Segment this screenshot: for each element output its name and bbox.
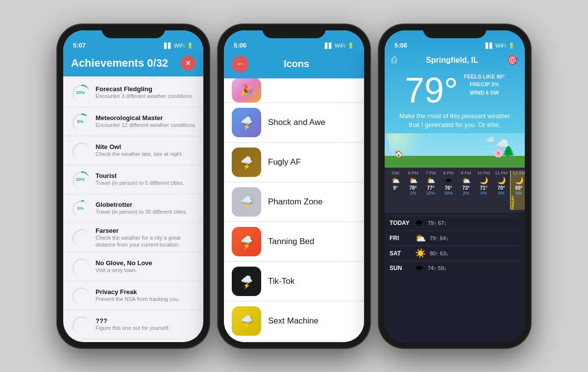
svg-point-4: [73, 143, 91, 161]
hour-precip: 0%: [475, 191, 492, 196]
icon-list-item[interactable]: ☁️ ⚡ Fugly AF: [224, 143, 364, 182]
friday-label: FRIDAY: [511, 196, 515, 210]
icon-list-item[interactable]: ☁️ ⚡ Tanning Bed: [224, 222, 364, 262]
status-icons-2: ▋▋ WiFi 🔋: [325, 43, 354, 49]
hour-icon: ⛅: [387, 176, 404, 184]
weather-main-temp: 79° FEELS LIKE 80° PRECIP 2% WIND 6 SW: [385, 69, 525, 110]
achievement-list[interactable]: 33% Forecast Fledgling Encounter 3 diffe…: [63, 76, 203, 342]
wind-detail: WIND 6 SW: [464, 89, 505, 97]
daily-section: TODAY 🌧 79↑ 67↓ FRI ⛅ 79↑ 64↓ SAT ☀️ 80↑…: [385, 213, 525, 342]
wifi-icon-3: WiFi: [495, 43, 506, 49]
achievement-item: Privacy Freak Prevent the NSA from track…: [63, 281, 203, 310]
hour-label: 6 PM: [404, 171, 422, 175]
notch-2: [262, 25, 326, 38]
icon-preview-phantom: ☁️ ⚡: [232, 187, 261, 217]
achievement-text: Globetrotter Travel (in person) to 30 di…: [96, 201, 196, 215]
daily-temps: 79↑ 64↓: [430, 235, 449, 241]
icon-list-item[interactable]: ☁️ ⚡ Mirror Universe: [224, 341, 364, 342]
hour-icon: 🌙: [492, 176, 510, 184]
hour-label: 8 PM: [440, 171, 457, 175]
achievement-name: ???: [96, 317, 196, 324]
achievement-desc: Visit a sexy town.: [96, 267, 196, 273]
daily-day-label: SAT: [390, 250, 411, 257]
hour-temp: 77°: [422, 185, 440, 191]
daily-temps: 79↑ 67↓: [428, 220, 447, 226]
daily-day-label: TODAY: [390, 220, 411, 226]
feels-like: FEELS LIKE 80°: [464, 73, 505, 81]
hour-label: 12 AM: [511, 171, 525, 175]
hour-precip: 16%: [440, 191, 457, 196]
cloud-bolt-icon: ☁️ ⚡: [241, 154, 253, 170]
weather-scene: ☁️ ☁️ 🌲 🌸 🏠: [385, 133, 525, 168]
share-icon[interactable]: ⎙: [392, 55, 397, 65]
hour-column: 9 PM ⛅ 73° 2%: [457, 171, 475, 210]
icon-list[interactable]: ☁️ ⚡ Shock and Awe ☁️ ⚡ Fugly AF ☁️ ⚡ Ph…: [224, 103, 364, 342]
achievement-text: ??? Figure this one out for yourself.: [96, 317, 196, 331]
icon-preview-tiktok: ☁️ ⚡: [232, 267, 261, 296]
icon-preview-fugly: ☁️ ⚡: [232, 148, 261, 177]
icons-screen: 5:06 ▋▋ WiFi 🔋 ← Icons 🎉: [224, 30, 364, 342]
svg-point-16: [73, 317, 91, 335]
back-button[interactable]: ←: [232, 56, 248, 73]
achievement-name: Privacy Freak: [96, 288, 196, 296]
bolt-symbol: ⚡: [243, 203, 250, 210]
daily-weather-icon: ⛅: [415, 233, 426, 244]
hour-icon: 🌧: [440, 176, 457, 184]
hourly-labels: OW ⛅ 9° 6 PM ⛅ 78° 2% 7 PM ⛅ 77° 22% 8 P…: [385, 171, 525, 210]
progress-ring: [72, 316, 91, 335]
close-button[interactable]: ×: [181, 56, 196, 71]
daily-row: SUN 🌧 74↑ 59↓: [390, 261, 520, 275]
hour-label: 10 PM: [475, 171, 492, 175]
hour-temp: 69°: [511, 185, 525, 191]
hour-icon: 🌙: [511, 176, 525, 184]
achievement-progress: [70, 140, 91, 161]
target-icon[interactable]: 🎯: [507, 55, 518, 66]
achievement-desc: Figure this one out for yourself.: [96, 324, 196, 331]
close-icon: ×: [186, 59, 190, 68]
hour-precip: 2%: [457, 191, 475, 196]
phone-icons: 5:06 ▋▋ WiFi 🔋 ← Icons 🎉: [218, 25, 370, 348]
icon-list-item[interactable]: ☁️ ⚡ Sext Machine: [224, 301, 364, 341]
achievement-progress: [70, 227, 91, 248]
status-icons-3: ▋▋ WiFi 🔋: [486, 43, 515, 49]
hour-icon: ⛅: [457, 176, 475, 184]
cloud-bolt-icon: ☁️ ⚡: [241, 194, 253, 210]
icon-list-item[interactable]: ☁️ ⚡ Phantom Zone: [224, 182, 364, 222]
achievement-progress: 3%: [70, 198, 91, 219]
icon-list-item[interactable]: ☁️ ⚡ Tik-Tok: [224, 262, 364, 301]
progress-ring: [72, 258, 91, 277]
icon-preview-sext: ☁️ ⚡: [232, 306, 261, 336]
achievement-item: Nite Owl Check the weather late, late at…: [63, 136, 203, 165]
cloud-bolt-icon: ☁️ ⚡: [241, 234, 253, 249]
hour-column: 8 PM 🌧 76° 16%: [440, 171, 457, 210]
hour-icon: ⛅: [404, 176, 422, 184]
achievement-progress: [70, 256, 91, 277]
battery-icon-1: 🔋: [187, 43, 194, 49]
bolt-symbol: ⚡: [243, 163, 250, 170]
achievement-desc: Travel (in person) to 30 different citie…: [96, 208, 196, 215]
hour-column: 10 PM 🌙 71° 0%: [475, 171, 492, 210]
weather-top: 5:06 ▋▋ WiFi 🔋 ⎙ Springfield, IL 🎯: [385, 30, 525, 168]
status-time-3: 5:06: [394, 42, 407, 49]
icon-label: Shock and Awe: [268, 118, 325, 127]
achievement-item: No Glove, No Love Visit a sexy town.: [63, 252, 203, 281]
hour-icon: 🌙: [475, 176, 492, 184]
signal-icon-1: ▋▋: [164, 43, 172, 49]
achievement-progress: 20%: [70, 169, 91, 190]
bolt-symbol: ⚡: [243, 322, 250, 329]
icon-preview-shock: ☁️ ⚡: [232, 108, 261, 137]
svg-point-12: [73, 259, 91, 277]
hour-temp: 70°: [492, 185, 510, 191]
achievements-title: Achievements 0/32: [71, 57, 168, 70]
hour-precip: 0%: [492, 191, 510, 196]
achievement-text: Nite Owl Check the weather late, late at…: [96, 143, 196, 157]
notch-3: [423, 25, 487, 38]
weather-city: Springfield, IL: [426, 56, 478, 65]
daily-weather-icon: 🌧: [415, 263, 424, 273]
daily-day-label: FRI: [390, 235, 411, 242]
icon-list-item[interactable]: ☁️ ⚡ Shock and Awe: [224, 103, 364, 143]
bolt-symbol: ⚡: [243, 124, 250, 130]
achievement-name: Meteorological Master: [96, 114, 196, 122]
temp-details: FEELS LIKE 80° PRECIP 2% WIND 6 SW: [464, 73, 505, 97]
wifi-icon-2: WiFi: [335, 43, 345, 49]
